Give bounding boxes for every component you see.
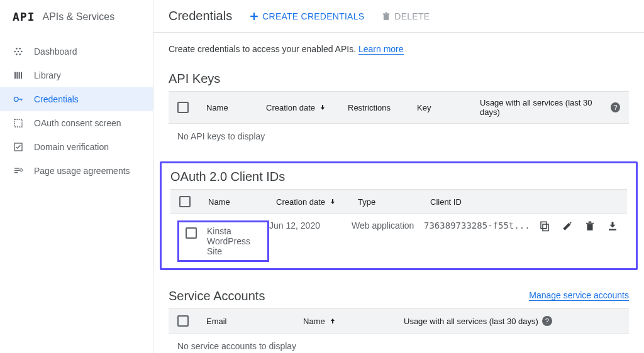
sidebar-nav: Dashboard Library Credentials OAuth cons… [0,40,153,183]
select-all-checkbox[interactable] [177,315,189,327]
svg-rect-16 [14,168,19,168]
sidebar-item-oauth-consent[interactable]: OAuth consent screen [0,111,153,135]
sidebar-item-label: Library [34,70,61,80]
oauth-row[interactable]: Kinsta WordPress Site Jun 12, 2020 Web a… [170,214,627,268]
row-actions [530,220,618,232]
svg-rect-32 [586,223,594,224]
oauth-title: OAuth 2.0 Client IDs [170,170,627,184]
col-usage[interactable]: Usage with all services (last 30 days)? [480,98,620,117]
dashboard-icon [13,46,24,57]
sidebar-item-page-usage[interactable]: Page usage agreements [0,159,153,183]
svg-rect-33 [589,222,592,223]
service-accounts-title: Service Accounts [169,289,265,303]
oauth-header: Name Creation date Type Client ID [170,189,627,214]
svg-rect-30 [541,222,547,229]
svg-rect-17 [14,170,19,171]
sidebar-item-label: Dashboard [34,46,77,57]
col-name[interactable]: Name [206,103,266,112]
svg-rect-25 [250,15,258,16]
help-icon[interactable]: ? [611,102,620,112]
col-client-id[interactable]: Client ID [430,197,618,207]
consent-icon [13,117,24,129]
select-all-checkbox[interactable] [179,196,191,207]
main-header: Credentials CREATE CREDENTIALS DELETE [153,0,644,33]
svg-point-19 [20,169,23,171]
api-keys-section: API Keys Name Creation date Restrictions… [160,72,638,149]
help-icon[interactable]: ? [542,316,552,326]
svg-point-11 [14,97,18,102]
sidebar-item-domain-verification[interactable]: Domain verification [0,135,153,159]
page-title: Credentials [169,9,232,23]
delete-icon[interactable] [584,220,596,232]
plus-icon [250,12,258,21]
oauth-type: Web application [352,220,424,231]
create-credentials-button[interactable]: CREATE CREDENTIALS [250,11,364,21]
description: Create credentials to access your enable… [153,33,644,65]
service-accounts-header: Email Name Usage with all services (last… [169,308,629,334]
svg-rect-26 [384,14,389,20]
svg-rect-7 [14,72,16,79]
svg-point-6 [19,53,21,55]
col-email[interactable]: Email [206,317,303,326]
row-checkbox[interactable] [186,227,197,239]
col-key[interactable]: Key [417,103,480,112]
svg-rect-10 [21,72,22,79]
svg-rect-31 [587,224,593,231]
col-usage[interactable]: Usage with all services (last 30 days)? [404,316,620,326]
svg-rect-34 [609,229,616,231]
sidebar-header: API APIs & Services [0,0,153,33]
col-name[interactable]: Name [208,197,276,207]
oauth-client-id: 736389733285-f55t... [424,220,530,231]
svg-point-4 [19,48,21,50]
oauth-section: OAuth 2.0 Client IDs Name Creation date … [160,161,638,270]
sidebar: API APIs & Services Dashboard Library [0,0,153,353]
api-keys-empty: No API keys to display [169,124,629,149]
svg-point-5 [16,53,18,55]
learn-more-link[interactable]: Learn more [358,44,404,55]
svg-point-2 [21,51,23,53]
library-icon [13,70,24,81]
manage-service-accounts-link[interactable]: Manage service accounts [529,290,629,301]
svg-rect-14 [14,119,22,127]
trash-icon [382,12,391,21]
sidebar-item-label: Credentials [34,94,79,104]
key-icon [13,94,24,105]
api-keys-title: API Keys [169,72,629,86]
col-creation-date[interactable]: Creation date [276,197,358,207]
arrow-down-icon [319,104,326,111]
svg-point-3 [16,48,18,50]
copy-icon[interactable] [539,220,550,232]
api-keys-header: Name Creation date Restrictions Key Usag… [169,91,629,124]
svg-rect-28 [386,12,388,13]
agreement-icon [13,165,24,176]
svg-rect-18 [14,172,18,173]
oauth-name[interactable]: Kinsta WordPress Site [207,226,261,256]
select-all-checkbox[interactable] [177,102,189,113]
verify-icon [13,141,24,153]
svg-rect-9 [19,72,20,79]
col-type[interactable]: Type [358,197,430,207]
api-logo: API [13,10,35,23]
delete-button[interactable]: DELETE [382,11,430,21]
svg-rect-29 [543,224,548,231]
col-restrictions[interactable]: Restrictions [348,103,417,112]
svg-rect-27 [383,13,390,14]
sidebar-item-library[interactable]: Library [0,63,153,87]
edit-icon[interactable] [562,220,573,232]
col-name[interactable]: Name [303,317,404,326]
sidebar-item-credentials[interactable]: Credentials [0,87,153,111]
main-content: Credentials CREATE CREDENTIALS DELETE Cr… [153,0,644,353]
sidebar-item-label: OAuth consent screen [34,118,121,128]
col-creation-date[interactable]: Creation date [266,103,348,112]
download-icon[interactable] [607,220,618,232]
oauth-row-highlight: Kinsta WordPress Site [177,220,269,262]
arrow-down-icon [329,198,336,205]
sidebar-item-label: Page usage agreements [34,166,130,176]
svg-point-0 [18,51,19,53]
sidebar-item-dashboard[interactable]: Dashboard [0,40,153,63]
sidebar-title: APIs & Services [43,11,115,23]
service-accounts-section: Service Accounts Manage service accounts… [160,283,638,353]
oauth-date: Jun 12, 2020 [269,220,352,231]
arrow-up-icon [329,317,336,325]
service-accounts-empty: No service accounts to display [169,334,629,353]
